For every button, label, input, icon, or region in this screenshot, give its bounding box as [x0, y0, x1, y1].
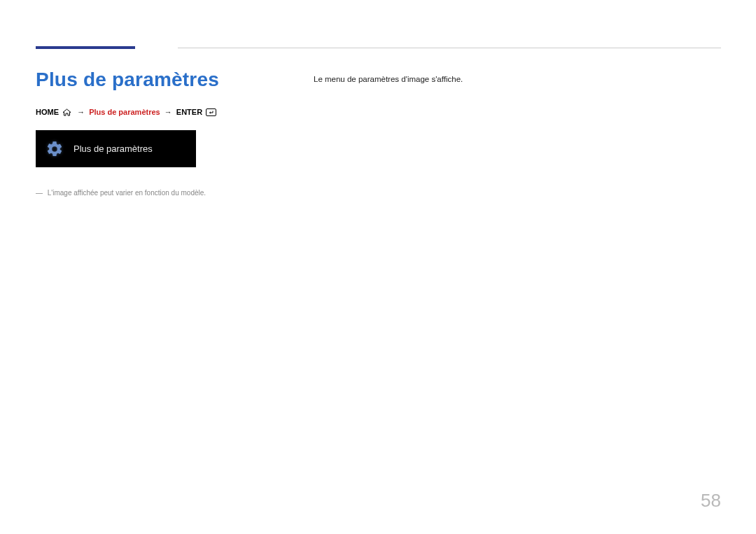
header-divider	[178, 48, 721, 48]
right-column-description: Le menu de paramètres d'image s'affiche.	[314, 75, 463, 83]
settings-tile: Plus de paramètres	[36, 130, 196, 167]
enter-icon	[206, 108, 216, 118]
footnote-text: L'image affichée peut varier en fonction…	[48, 189, 206, 197]
breadcrumb-home-label: HOME	[36, 108, 59, 116]
breadcrumb-current: Plus de paramètres	[89, 108, 160, 116]
header-accent-bar	[36, 46, 135, 49]
footnote: ― L'image affichée peut varier en foncti…	[36, 189, 206, 197]
page-number: 58	[701, 490, 721, 512]
home-icon	[62, 108, 71, 118]
page-title: Plus de paramètres	[36, 69, 219, 91]
breadcrumb-arrow-1: →	[77, 108, 85, 116]
footnote-dash: ―	[36, 189, 43, 197]
breadcrumb: HOME → Plus de paramètres → ENTER	[36, 108, 216, 118]
breadcrumb-arrow-2: →	[164, 108, 172, 116]
settings-tile-label: Plus de paramètres	[74, 143, 153, 154]
gear-icon	[36, 140, 74, 158]
breadcrumb-enter-label: ENTER	[176, 108, 202, 116]
manual-page: Plus de paramètres HOME → Plus de paramè…	[0, 0, 756, 534]
